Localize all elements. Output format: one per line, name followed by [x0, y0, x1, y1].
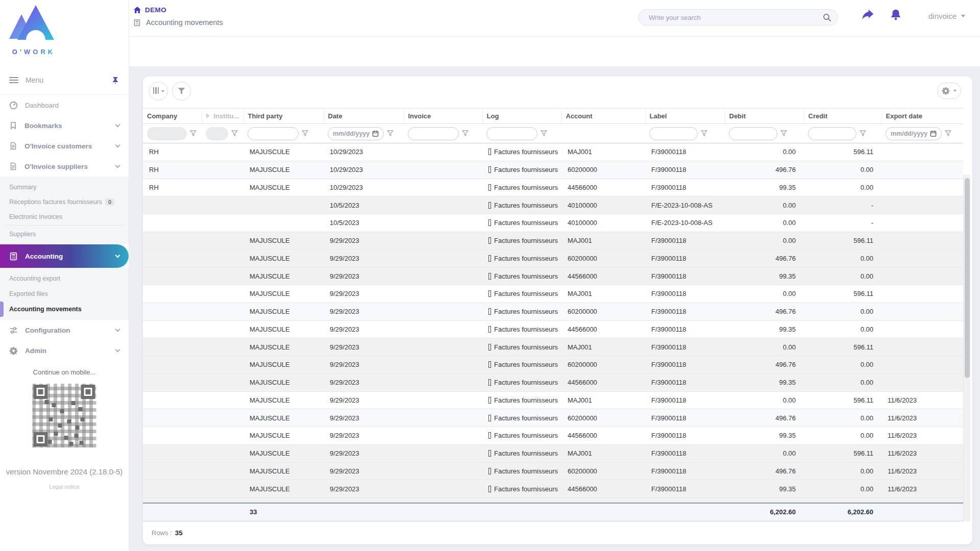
- cell-export_date: [881, 267, 963, 285]
- totals-third-party-count: 33: [243, 503, 324, 521]
- table-row[interactable]: RHMAJUSCULE10/29/2023Factures fournisseu…: [143, 143, 963, 161]
- search-input[interactable]: [639, 14, 823, 21]
- column-header-label[interactable]: Label: [645, 109, 725, 124]
- sidebar-item-bookmarks[interactable]: Bookmarks: [0, 115, 129, 136]
- table-row[interactable]: MAJUSCULE9/29/2023Factures fournisseurs6…: [143, 303, 963, 320]
- funnel-icon[interactable]: [541, 130, 547, 137]
- cell-institution: [202, 338, 243, 356]
- column-header-account[interactable]: Account: [561, 109, 645, 124]
- log-filter-input[interactable]: [486, 127, 537, 140]
- sidebar-item-dashboard[interactable]: Dashboard: [0, 95, 129, 115]
- debit-filter-input[interactable]: [729, 127, 777, 140]
- totals-cell: [645, 503, 725, 521]
- page-title-row: Accounting movements: [133, 18, 223, 27]
- table-row[interactable]: MAJUSCULE9/29/2023Factures fournisseurs6…: [143, 409, 963, 427]
- table-row[interactable]: MAJUSCULE9/29/2023Factures fournisseurs6…: [143, 462, 963, 480]
- filter-toggle-button[interactable]: [172, 82, 191, 101]
- table-row[interactable]: MAJUSCULE9/29/2023Factures fournisseurs4…: [143, 427, 963, 445]
- table-row[interactable]: 10/5/2023Factures fournisseurs40100000F/…: [143, 196, 963, 214]
- cell-log: Factures fournisseurs: [482, 462, 561, 480]
- column-header-export-date[interactable]: Export date: [881, 109, 963, 124]
- table-row[interactable]: MAJUSCULE9/29/2023Factures fournisseurs6…: [143, 249, 963, 267]
- hamburger-icon[interactable]: [9, 76, 18, 85]
- funnel-icon[interactable]: [462, 130, 469, 137]
- sidebar-subitem-receptions[interactable]: Réceptions factures fournisseurs 0: [0, 194, 129, 209]
- cell-account: 60200000: [561, 249, 645, 267]
- sidebar-item-oinvoice-customers[interactable]: O'Invoice customers: [0, 136, 129, 156]
- table-row[interactable]: MAJUSCULE9/29/2023Factures fournisseursM…: [143, 285, 963, 303]
- funnel-icon[interactable]: [860, 130, 866, 137]
- cell-debit: 0.00: [725, 338, 804, 356]
- export-date-filter-input[interactable]: mm/dd/yyyy: [886, 127, 942, 140]
- cell-third_party: MAJUSCULE: [243, 356, 324, 374]
- calendar-icon[interactable]: [372, 130, 379, 137]
- column-header-log[interactable]: Log: [482, 109, 561, 124]
- cell-third_party: MAJUSCULE: [243, 444, 324, 462]
- funnel-icon[interactable]: [231, 130, 238, 137]
- cell-export_date: [881, 179, 963, 196]
- column-header-third-party[interactable]: Third party: [243, 109, 324, 124]
- column-header-institution[interactable]: Institu...: [202, 109, 243, 124]
- sidebar-item-label: O'Invoice customers: [24, 142, 92, 150]
- bell-icon[interactable]: [889, 8, 902, 22]
- funnel-icon[interactable]: [190, 130, 197, 137]
- calendar-icon[interactable]: [930, 130, 937, 137]
- cell-debit: 496.76: [725, 462, 804, 480]
- search-icon[interactable]: [823, 13, 831, 22]
- sidebar-item-oinvoice-suppliers[interactable]: O'Invoice suppliers: [0, 156, 129, 177]
- invoice-doc-icon: [9, 142, 17, 150]
- pin-icon[interactable]: [111, 76, 119, 84]
- sidebar-subitem-summary[interactable]: Summary: [0, 180, 129, 194]
- funnel-icon[interactable]: [701, 130, 707, 137]
- table-row[interactable]: MAJUSCULE9/29/2023Factures fournisseursM…: [143, 391, 963, 409]
- funnel-icon[interactable]: [387, 130, 394, 137]
- sidebar-subitem-accounting-export[interactable]: Accounting export: [0, 271, 129, 286]
- sidebar-item-accounting[interactable]: Accounting: [0, 244, 129, 268]
- vertical-scrollbar[interactable]: [963, 175, 970, 534]
- table-row[interactable]: MAJUSCULE9/29/2023Factures fournisseurs4…: [143, 480, 963, 498]
- column-header-invoice[interactable]: Invoice: [404, 109, 482, 124]
- legal-notice-link[interactable]: Legal notice: [0, 484, 129, 490]
- sidebar-subitem-electronic-invoices[interactable]: Electronic Invoices: [0, 209, 129, 224]
- cell-log: Factures fournisseurs: [482, 338, 561, 356]
- user-menu[interactable]: dinvoice: [928, 12, 965, 20]
- table-row[interactable]: MAJUSCULE9/29/2023Factures fournisseursM…: [143, 338, 963, 356]
- sidebar-subitem-exported-files[interactable]: Exported files: [0, 286, 129, 302]
- funnel-icon[interactable]: [780, 130, 787, 137]
- invoice-filter-input[interactable]: [408, 127, 459, 140]
- label-filter-input[interactable]: [649, 127, 698, 140]
- sidebar-item-admin[interactable]: Admin: [0, 340, 129, 361]
- table-row[interactable]: 10/5/2023Factures fournisseurs40100000F/…: [143, 214, 963, 232]
- grid-settings-button[interactable]: [937, 83, 961, 99]
- cell-company: [143, 338, 202, 356]
- funnel-icon[interactable]: [302, 130, 308, 137]
- table-row[interactable]: MAJUSCULE9/29/2023Factures fournisseurs4…: [143, 320, 963, 338]
- column-header-debit[interactable]: Debit: [725, 109, 804, 124]
- sidebar-item-configuration[interactable]: Configuration: [0, 320, 129, 340]
- third-party-filter-input[interactable]: [248, 127, 299, 140]
- table-row[interactable]: MAJUSCULE9/29/2023Factures fournisseursM…: [143, 444, 963, 462]
- scrollbar-thumb[interactable]: [965, 178, 970, 378]
- table-row[interactable]: RHMAJUSCULE10/29/2023Factures fournisseu…: [143, 179, 963, 196]
- breadcrumb[interactable]: DEMO: [133, 6, 166, 14]
- table-row[interactable]: RHMAJUSCULE10/29/2023Factures fournisseu…: [143, 161, 963, 179]
- share-icon[interactable]: [861, 8, 875, 22]
- funnel-icon[interactable]: [945, 130, 951, 137]
- cell-date: 9/29/2023: [324, 303, 404, 320]
- cell-date: 9/29/2023: [324, 356, 404, 374]
- cell-account: 44566000: [561, 320, 645, 338]
- cell-institution: [202, 285, 243, 303]
- cell-export_date: 11/6/2023: [881, 462, 963, 480]
- column-header-credit[interactable]: Credit: [804, 109, 881, 124]
- table-row[interactable]: MAJUSCULE9/29/2023Factures fournisseurs4…: [143, 267, 963, 285]
- sidebar-subitem-suppliers[interactable]: Suppliers: [0, 227, 129, 241]
- credit-filter-input[interactable]: [808, 127, 856, 140]
- table-row[interactable]: MAJUSCULE9/29/2023Factures fournisseursM…: [143, 232, 963, 249]
- table-row[interactable]: MAJUSCULE9/29/2023Factures fournisseurs4…: [143, 373, 963, 391]
- sidebar-subitem-accounting-movements[interactable]: Accounting movements: [0, 302, 129, 317]
- column-header-company[interactable]: Company: [143, 109, 202, 124]
- column-header-date[interactable]: Date: [324, 109, 404, 124]
- table-row[interactable]: MAJUSCULE9/29/2023Factures fournisseurs6…: [143, 356, 963, 374]
- column-chooser-button[interactable]: [149, 82, 168, 101]
- date-filter-input[interactable]: mm/dd/yyyy: [328, 127, 384, 140]
